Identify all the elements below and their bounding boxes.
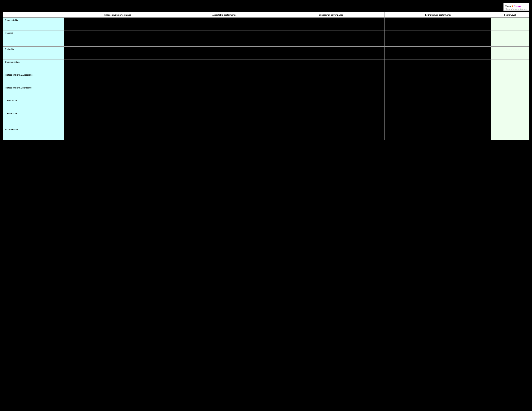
cell-communication-unacceptable <box>64 59 171 72</box>
criteria-prof-appearance: Professionalism & Appearance <box>3 72 64 85</box>
logo-area: Task●Stream Advancing Assessment Excelle… <box>3 3 529 11</box>
cell-reliability-acceptable <box>171 47 278 59</box>
cell-contributions-unacceptable <box>64 111 171 127</box>
criteria-contributions: Contributions <box>3 111 64 127</box>
criteria-self-reflection: Self-reflection <box>3 127 64 140</box>
cell-self-reflection-distinguished <box>385 127 491 140</box>
criteria-collaboration: Collaboration <box>3 98 64 111</box>
table-row: Contributions <box>3 111 529 127</box>
cell-prof-demeanor-score <box>491 85 529 98</box>
cell-respect-acceptable <box>171 30 278 47</box>
col-distinguished-header: distinguished performance <box>385 12 491 18</box>
cell-collaboration-score <box>491 98 529 111</box>
cell-responsibility-score <box>491 18 529 30</box>
cell-self-reflection-acceptable <box>171 127 278 140</box>
cell-respect-unacceptable <box>64 30 171 47</box>
cell-prof-demeanor-acceptable <box>171 85 278 98</box>
cell-respect-distinguished <box>385 30 491 47</box>
cell-reliability-distinguished <box>385 47 491 59</box>
cell-contributions-distinguished <box>385 111 491 127</box>
cell-responsibility-acceptable <box>171 18 278 30</box>
cell-prof-appearance-unacceptable <box>64 72 171 85</box>
cell-collaboration-successful <box>278 98 384 111</box>
cell-communication-score <box>491 59 529 72</box>
table-row: Collaboration <box>3 98 529 111</box>
cell-responsibility-successful <box>278 18 384 30</box>
cell-self-reflection-unacceptable <box>64 127 171 140</box>
logo-box: Task●Stream Advancing Assessment Excelle… <box>504 3 529 11</box>
table-row: Responsibility <box>3 18 529 30</box>
cell-reliability-score <box>491 47 529 59</box>
cell-respect-score <box>491 30 529 47</box>
cell-communication-successful <box>278 59 384 72</box>
cell-respect-successful <box>278 30 384 47</box>
rubric-table: unacceptable performance acceptable perf… <box>3 12 529 140</box>
table-row: Professionalism & Demeanor <box>3 85 529 98</box>
table-row: Professionalism & Appearance <box>3 72 529 85</box>
cell-prof-appearance-successful <box>278 72 384 85</box>
cell-prof-appearance-score <box>491 72 529 85</box>
table-row: Respect <box>3 30 529 47</box>
cell-prof-appearance-acceptable <box>171 72 278 85</box>
logo-subtitle: Advancing Assessment Excellence <box>505 8 527 10</box>
cell-communication-acceptable <box>171 59 278 72</box>
cell-contributions-score <box>491 111 529 127</box>
cell-communication-distinguished <box>385 59 491 72</box>
cell-self-reflection-successful <box>278 127 384 140</box>
col-unacceptable-header: unacceptable performance <box>64 12 171 18</box>
page-wrapper: Task●Stream Advancing Assessment Excelle… <box>0 0 532 411</box>
cell-responsibility-distinguished <box>385 18 491 30</box>
cell-collaboration-unacceptable <box>64 98 171 111</box>
header-row: unacceptable performance acceptable perf… <box>3 12 529 18</box>
criteria-reliability: Reliability <box>3 47 64 59</box>
criteria-prof-demeanor: Professionalism & Demeanor <box>3 85 64 98</box>
col-acceptable-header: acceptable performance <box>171 12 278 18</box>
cell-reliability-unacceptable <box>64 47 171 59</box>
table-row: Self-reflection <box>3 127 529 140</box>
logo-text: Task●Stream <box>505 5 523 8</box>
table-row: Communication <box>3 59 529 72</box>
cell-prof-appearance-distinguished <box>385 72 491 85</box>
cell-contributions-acceptable <box>171 111 278 127</box>
col-criteria-header <box>3 12 64 18</box>
cell-collaboration-distinguished <box>385 98 491 111</box>
criteria-communication: Communication <box>3 59 64 72</box>
logo-dot: ● <box>511 4 513 8</box>
cell-prof-demeanor-distinguished <box>385 85 491 98</box>
cell-prof-demeanor-successful <box>278 85 384 98</box>
criteria-respect: Respect <box>3 30 64 47</box>
cell-self-reflection-score <box>491 127 529 140</box>
table-row: Reliability <box>3 47 529 59</box>
cell-contributions-successful <box>278 111 384 127</box>
logo-stream: Stream <box>513 5 523 8</box>
cell-prof-demeanor-unacceptable <box>64 85 171 98</box>
logo-task: Task <box>505 5 511 8</box>
criteria-responsibility: Responsibility <box>3 18 64 30</box>
col-successful-header: successful performance <box>278 12 384 18</box>
col-score-header: Score/Level <box>491 12 529 18</box>
cell-responsibility-unacceptable <box>64 18 171 30</box>
cell-collaboration-acceptable <box>171 98 278 111</box>
cell-reliability-successful <box>278 47 384 59</box>
